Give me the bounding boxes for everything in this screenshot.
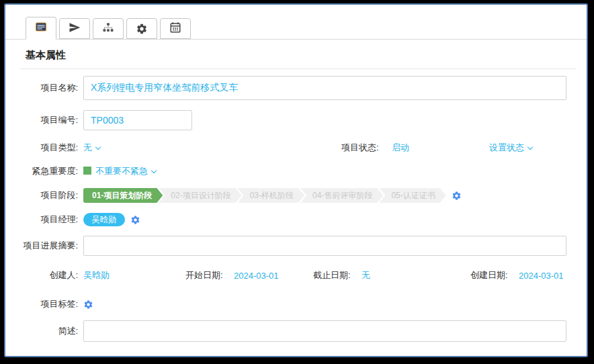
manager-settings-gear-icon[interactable] [130, 215, 140, 225]
progress-summary-label: 项目进展摘要: [13, 240, 83, 252]
tab-send[interactable] [59, 18, 90, 39]
progress-summary-row: 项目进展摘要: [13, 236, 576, 256]
created-date-label: 创建日期: [470, 269, 508, 281]
project-type-status-row: 项目类型: 无 项目状态: 启动 设置状态 [13, 141, 576, 154]
start-date-label: 开始日期: [185, 269, 223, 281]
project-name-input[interactable] [83, 76, 566, 100]
project-tags-label: 项目标签: [13, 298, 83, 310]
brief-label: 简述: [13, 325, 83, 337]
project-type-value[interactable]: 无 [83, 142, 100, 154]
project-name-row: 项目名称: [13, 76, 576, 100]
project-status-value[interactable]: 启动 [392, 142, 409, 154]
project-tags-row: 项目标签: [13, 298, 576, 311]
gear-icon [136, 23, 148, 35]
creator-label: 创建人: [13, 269, 83, 281]
creator-value[interactable]: 吴晗勋 [83, 269, 110, 281]
urgency-row: 紧急重要度: 不重要不紧急 [13, 165, 576, 178]
project-type-label: 项目类型: [13, 142, 83, 154]
start-date-value[interactable]: 2024-03-01 [234, 271, 279, 281]
tab-bar [5, 15, 587, 40]
project-status-label: 项目状态: [341, 142, 379, 154]
section-title: 基本属性 [26, 49, 576, 62]
tags-settings-gear-icon[interactable] [83, 300, 93, 310]
progress-summary-input[interactable] [83, 236, 566, 256]
urgency-value[interactable]: 不重要不紧急 [83, 165, 156, 177]
form-icon [35, 21, 47, 36]
chevron-down-icon [151, 168, 157, 173]
project-code-label: 项目编号: [13, 114, 83, 126]
tab-calendar[interactable] [160, 18, 191, 39]
calendar-icon [169, 21, 181, 36]
tab-settings[interactable] [126, 18, 157, 39]
deadline-value[interactable]: 无 [362, 269, 370, 281]
stage-chip[interactable]: 05-认证证书 [379, 188, 446, 203]
chevron-down-icon [527, 144, 533, 150]
project-code-row: 项目编号: [13, 110, 576, 130]
stage-chip[interactable]: 04-售前评审阶段 [300, 188, 383, 203]
tab-structure[interactable] [93, 18, 124, 39]
urgency-label: 紧急重要度: [13, 165, 83, 177]
project-code-input[interactable] [83, 110, 192, 130]
stage-chip[interactable]: 03-样机阶段 [238, 188, 304, 203]
created-date-value[interactable]: 2024-03-01 [519, 271, 564, 281]
brief-input[interactable] [83, 320, 566, 342]
set-status-link[interactable]: 设置状态 [489, 142, 532, 154]
sitemap-icon [102, 21, 114, 36]
project-stages-row: 项目阶段: 01-项目策划阶段02-项目设计阶段03-样机阶段04-售前评审阶段… [13, 188, 576, 203]
stage-chip[interactable]: 01-项目策划阶段 [83, 188, 163, 203]
section-divider [20, 69, 576, 69]
project-manager-label: 项目经理: [13, 214, 83, 226]
stage-chips: 01-项目策划阶段02-项目设计阶段03-样机阶段04-售前评审阶段05-认证证… [83, 188, 446, 203]
urgency-color-square [83, 167, 91, 175]
dates-row: 创建人: 吴晗勋 开始日期: 2024-03-01 截止日期: 无 创建日期: … [13, 269, 576, 282]
project-properties-window: 基本属性 项目名称: 项目编号: 项目类型: 无 项目状态: 启动 设置状态 紧… [4, 3, 588, 357]
deadline-label: 截止日期: [313, 269, 351, 281]
project-stages-label: 项目阶段: [13, 189, 83, 201]
stage-settings-gear-icon[interactable] [452, 191, 462, 201]
send-icon [69, 21, 81, 36]
tab-basic-info[interactable] [26, 17, 56, 40]
brief-row: 简述: [13, 320, 576, 342]
project-name-label: 项目名称: [13, 82, 83, 94]
project-manager-row: 项目经理: 吴晗勋 [13, 212, 576, 227]
stage-chip[interactable]: 02-项目设计阶段 [159, 188, 241, 203]
project-manager-pill[interactable]: 吴晗勋 [83, 213, 125, 226]
chevron-down-icon [95, 144, 101, 150]
